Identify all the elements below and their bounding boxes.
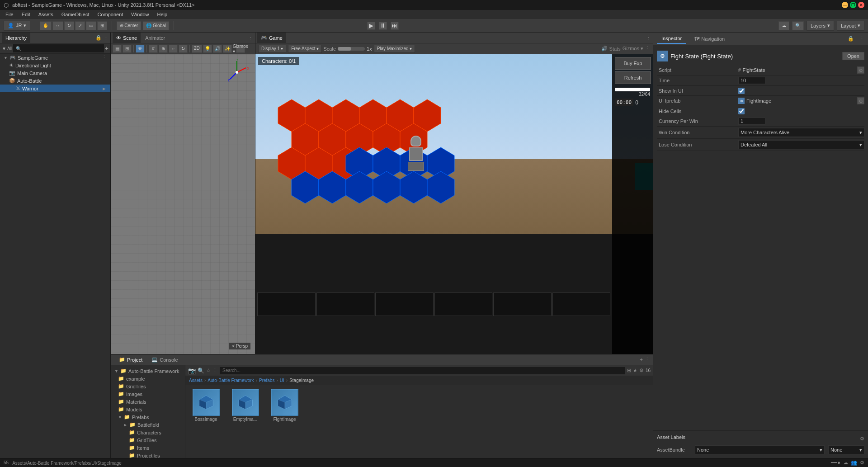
tree-item-example[interactable]: 📁 example xyxy=(111,375,185,382)
asset-bundle-dropdown1[interactable]: None ▾ xyxy=(695,445,825,454)
game-maximize-dropdown[interactable]: Play Maximized ▾ xyxy=(374,45,415,53)
menu-help[interactable]: Help xyxy=(153,11,171,18)
minimize-button[interactable]: — xyxy=(842,2,848,8)
menu-file[interactable]: File xyxy=(2,11,17,18)
tree-item-prefabs[interactable]: ▼ 📁 Prefabs xyxy=(111,413,185,421)
asset-labels-gear-icon[interactable]: ⚙ xyxy=(860,436,864,442)
hierarchy-item-main-camera[interactable]: 📷 Main Camera xyxy=(0,69,110,77)
bottom-more-icon[interactable]: ⋮ xyxy=(645,357,650,363)
rect-tool-button[interactable]: ▭ xyxy=(86,21,96,30)
layout-dropdown[interactable]: Layout ▾ xyxy=(837,21,864,31)
time-input[interactable] xyxy=(738,77,765,84)
collab-button[interactable]: ☁ xyxy=(778,21,789,30)
show-in-ui-checkbox[interactable] xyxy=(738,88,745,94)
animator-tab[interactable]: Animator xyxy=(142,33,169,43)
breadcrumb-assets[interactable]: Assets xyxy=(189,378,203,383)
scene-gizmos-dropdown[interactable]: Gizmos ▾ xyxy=(236,45,245,53)
tree-item-materials[interactable]: 📁 Materials xyxy=(111,398,185,406)
scene-audio-btn[interactable]: 🔊 xyxy=(213,45,222,53)
hierarchy-item-warrior[interactable]: ⚔ Warrior ► xyxy=(0,85,110,92)
scene-snap-btn[interactable]: ⊕ xyxy=(159,45,168,53)
scene-grid-btn[interactable]: # xyxy=(149,45,158,53)
close-button[interactable]: ✕ xyxy=(858,2,864,8)
scene-effects-btn[interactable]: ✨ xyxy=(223,45,232,53)
browser-star2-btn[interactable]: ★ xyxy=(633,368,637,373)
buy-exp-button[interactable]: Buy Exp xyxy=(615,57,651,70)
tree-item-images[interactable]: 📁 Images xyxy=(111,390,185,398)
tree-item-battlefield[interactable]: ► 📁 Battlefield xyxy=(111,421,185,429)
layers-dropdown[interactable]: Layers ▾ xyxy=(807,21,834,31)
status-cloud-icon[interactable]: ☁ xyxy=(843,460,848,466)
step-button[interactable]: ⏭ xyxy=(391,22,399,30)
hand-tool-button[interactable]: ✋ xyxy=(40,21,52,30)
global-button[interactable]: 🌐 Global xyxy=(143,21,169,30)
scene-shaded-btn[interactable]: ▤ xyxy=(113,45,122,53)
game-mute-btn[interactable]: 🔊 xyxy=(601,46,608,52)
asset-item-fightimage[interactable]: FightImage xyxy=(268,389,302,422)
browser-icon-btn[interactable]: ⊞ xyxy=(627,368,631,373)
hierarchy-search-input[interactable] xyxy=(13,44,104,52)
samplegame-more[interactable]: ⋮ xyxy=(102,55,107,61)
scene-tab[interactable]: 👁 Scene xyxy=(113,33,141,43)
restore-button[interactable]: ❐ xyxy=(850,2,856,8)
game-scale-slider[interactable] xyxy=(338,47,365,51)
game-display-dropdown[interactable]: Display 1 ▾ xyxy=(258,45,286,53)
asset-item-bossimage[interactable]: BossImage xyxy=(189,389,223,422)
project-tab[interactable]: 📁 Project xyxy=(114,356,147,363)
breadcrumb-ui[interactable]: UI xyxy=(280,378,284,383)
scene-wireframe-btn[interactable]: ⊞ xyxy=(123,45,132,53)
hierarchy-item-auto-battle[interactable]: 📦 Auto-Battle xyxy=(0,77,110,85)
game-stats-btn[interactable]: Stats xyxy=(609,46,621,52)
scene-move-btn[interactable]: ↔ xyxy=(169,45,178,53)
tree-item-gridtiles[interactable]: 📁 GridTiles xyxy=(111,382,185,390)
status-collab-icon[interactable]: 👥 xyxy=(851,460,857,466)
breadcrumb-prefabs[interactable]: Prefabs xyxy=(259,378,274,383)
tree-item-models[interactable]: 📁 Models xyxy=(111,406,185,413)
scene-light-btn[interactable]: 💡 xyxy=(203,45,212,53)
menu-assets[interactable]: Assets xyxy=(35,11,57,18)
hierarchy-item-directional-light[interactable]: ☀ Directional Light xyxy=(0,61,110,69)
browser-star-btn[interactable]: ☆ xyxy=(206,368,211,373)
inspector-more-icon[interactable]: ⋮ xyxy=(859,36,864,42)
status-slider[interactable]: ━━● xyxy=(831,460,840,466)
menu-component[interactable]: Component xyxy=(94,11,127,18)
rotate-tool-button[interactable]: ↻ xyxy=(64,21,74,30)
asset-search-input[interactable] xyxy=(219,367,625,375)
scale-tool-button[interactable]: ⤢ xyxy=(75,21,85,30)
pause-button[interactable]: ⏸ xyxy=(379,22,387,30)
breadcrumb-framework[interactable]: Auto-Battle Framework xyxy=(208,378,254,383)
tree-item-auto-battle[interactable]: ▼ 📁 Auto-Battle Framework xyxy=(111,367,185,375)
navigation-tab[interactable]: 🗺 Navigation xyxy=(690,34,729,43)
tree-item-characters[interactable]: 📁 Characters xyxy=(111,429,185,436)
scene-gizmos-btn[interactable]: 👁 xyxy=(136,45,145,53)
menu-window[interactable]: Window xyxy=(127,11,152,18)
scene-2d-btn[interactable]: 2D xyxy=(192,45,202,53)
inspector-lock-icon[interactable]: 🔒 xyxy=(848,36,854,42)
status-gear-icon[interactable]: ⚙ xyxy=(860,460,864,466)
cloud-button[interactable]: 🔍 xyxy=(792,21,804,30)
inspector-tab[interactable]: Inspector xyxy=(657,34,686,44)
game-tab[interactable]: 🎮 Game xyxy=(257,33,286,43)
ui-prefab-ref-btn[interactable]: ⊙ xyxy=(857,97,864,104)
browser-screenshot-btn[interactable]: 📷 xyxy=(188,367,196,374)
game-more-icon[interactable]: ⋮ xyxy=(646,35,651,41)
asset-item-emptyimage[interactable]: EmptyIma... xyxy=(228,389,262,422)
console-tab[interactable]: 💻 Console xyxy=(147,356,182,363)
game-aspect-dropdown[interactable]: Free Aspect ▾ xyxy=(288,45,321,53)
pivot-button[interactable]: ⊕ Center xyxy=(117,21,142,30)
hierarchy-tab[interactable]: Hierarchy xyxy=(2,33,30,43)
hierarchy-more-icon[interactable]: ⋮ xyxy=(104,35,108,41)
move-tool-button[interactable]: ↔ xyxy=(52,21,63,30)
game-gizmos-btn[interactable]: Gizmos ▾ xyxy=(623,46,643,52)
script-ref-btn[interactable]: ⊙ xyxy=(857,66,864,74)
hierarchy-add-icon[interactable]: + xyxy=(105,45,108,52)
lose-condition-dropdown[interactable]: Defeated All ▾ xyxy=(738,140,864,149)
hierarchy-lock-icon[interactable]: 🔒 xyxy=(95,35,102,41)
refresh-button[interactable]: Refresh xyxy=(615,71,651,84)
scene-rotate-btn[interactable]: ↻ xyxy=(179,45,188,53)
hide-cells-checkbox[interactable] xyxy=(738,108,745,114)
browser-more-btn[interactable]: ⋮ xyxy=(212,368,217,373)
menu-gameobject[interactable]: GameObject xyxy=(58,11,93,18)
win-condition-dropdown[interactable]: More Characters Alive ▾ xyxy=(738,128,864,137)
tree-item-projectiles[interactable]: 📁 Projectiles xyxy=(111,452,185,458)
